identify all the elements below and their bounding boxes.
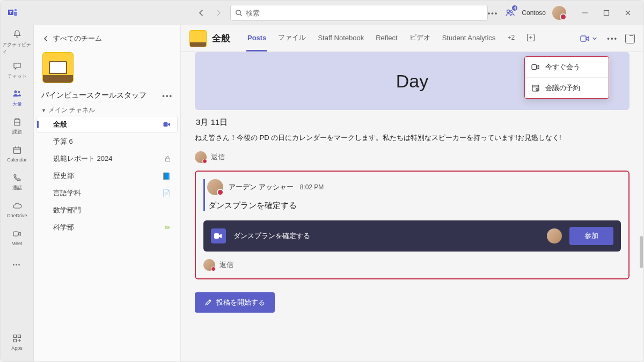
section-label: メイン チャネル (48, 106, 95, 115)
svg-point-5 (507, 10, 510, 13)
channel-budget[interactable]: 予算 6 (37, 134, 177, 150)
reply-row[interactable]: 返信 (203, 259, 621, 271)
svg-point-10 (18, 91, 20, 93)
titlebar: T ••• 4 Contoso (1, 1, 643, 25)
channel-math[interactable]: 数学部門 (37, 202, 177, 218)
window-close-button[interactable] (619, 5, 637, 20)
new-post-button[interactable]: 投稿を開始する (195, 292, 275, 313)
window-minimize-button[interactable] (576, 5, 594, 20)
popout-button[interactable] (625, 34, 635, 43)
rail-assignments[interactable]: 課題 (2, 112, 32, 139)
author-name: アーデン アッシャー (229, 182, 294, 192)
reply-label: 返信 (211, 152, 225, 162)
avatar-icon (203, 259, 215, 271)
schedule-meeting-item[interactable]: 会議の予約 (525, 77, 609, 98)
rail-apps[interactable]: Apps (2, 328, 32, 355)
scrollbar[interactable] (640, 236, 643, 268)
rail-label: 通話 (12, 184, 22, 191)
search-box[interactable] (230, 5, 488, 21)
tab-overflow-label: +2 (507, 34, 515, 41)
window-maximize-button[interactable] (597, 5, 616, 20)
tab-overflow[interactable]: +2 (506, 25, 516, 51)
app-rail: アクティビティ チャット 大量 課題 Calendar 通話 OneDrive … (1, 25, 34, 361)
svg-rect-20 (164, 122, 168, 127)
reply-label: 返信 (219, 260, 233, 270)
svg-rect-8 (604, 11, 609, 16)
tab-student-analytics[interactable]: Student Analytics (441, 25, 497, 51)
meet-now-item[interactable]: 今すぐ会う (525, 57, 609, 77)
rail-label: OneDrive (6, 213, 27, 218)
tab-files[interactable]: ファイル (277, 25, 307, 51)
post-body: ねえ皆さん！今後の PD の日にカレンダーをマークします。私たちは特別なスピーカ… (195, 133, 630, 143)
channel-avatar-icon (189, 30, 207, 47)
search-input[interactable] (246, 9, 483, 17)
chevron-down-icon: ▼ (41, 108, 46, 113)
rail-activity[interactable]: アクティビティ (2, 28, 32, 55)
rail-meet[interactable]: Meet (2, 224, 32, 250)
svg-point-2 (14, 9, 17, 11)
svg-rect-23 (581, 36, 586, 41)
chevron-down-icon (592, 36, 597, 41)
header-more-button[interactable]: ••• (607, 34, 618, 42)
svg-point-3 (236, 10, 240, 14)
channel-general[interactable]: 全般 (37, 116, 177, 132)
nav-back-button[interactable] (194, 5, 209, 20)
tab-posts[interactable]: Posts (246, 25, 267, 51)
avatar-icon (547, 228, 562, 243)
tab-add-button[interactable] (525, 25, 536, 51)
channel-title: 全般 (212, 32, 230, 45)
tab-label: Posts (247, 34, 266, 42)
rail-chat[interactable]: チャット (2, 56, 32, 83)
tab-reflect[interactable]: Reflect (375, 25, 398, 51)
channel-label: 数学部門 (53, 205, 81, 215)
meet-now-label: 今すぐ会う (545, 62, 580, 72)
teams-icon (11, 88, 23, 100)
channel-language[interactable]: 言語学科📄 (37, 185, 177, 201)
channel-science[interactable]: 科学部✏ (37, 219, 177, 235)
rail-calendar[interactable]: Calendar (2, 140, 32, 167)
svg-rect-16 (13, 232, 18, 236)
join-button[interactable]: 参加 (569, 227, 613, 245)
rail-label: Meet (11, 241, 22, 246)
tab-label: Student Analytics (442, 34, 496, 42)
rail-calls[interactable]: 通話 (2, 168, 32, 195)
reply-row[interactable]: 返信 (195, 151, 630, 163)
tab-staff-notebook[interactable]: Staff Notebook (317, 25, 365, 51)
apps-icon (11, 333, 23, 344)
rail-label: 課題 (12, 129, 22, 136)
nav-forward-button[interactable] (211, 5, 226, 20)
rail-teams[interactable]: 大量 (2, 84, 32, 111)
meet-button[interactable] (578, 33, 599, 45)
back-to-teams-button[interactable]: すべてのチーム (34, 31, 180, 50)
team-more-button[interactable]: ••• (162, 92, 173, 100)
svg-rect-12 (13, 147, 20, 154)
user-avatar[interactable] (552, 6, 566, 20)
doc-icon: 📄 (162, 189, 171, 197)
svg-line-4 (240, 14, 241, 16)
avatar-icon (195, 151, 207, 163)
avatar-icon (207, 179, 223, 195)
people-badge: 4 (511, 4, 518, 12)
titlebar-more-button[interactable]: ••• (488, 9, 499, 17)
posts-feed: Day 3月 11日 ねえ皆さん！今後の PD の日にカレンダーをマークします。… (181, 52, 643, 361)
tab-label: ファイル (278, 33, 306, 42)
meeting-join-bar: ダンスプランを確定する 参加 (203, 220, 621, 252)
channel-report[interactable]: 規範レポート 2024 (37, 151, 177, 167)
channel-label: 歴史部 (53, 171, 74, 181)
compose-label: 投稿を開始する (216, 298, 265, 307)
svg-rect-19 (13, 339, 16, 342)
pencil-icon: ✏ (165, 224, 171, 232)
rail-more[interactable]: ••• (2, 252, 32, 278)
lock-icon (165, 156, 171, 162)
svg-point-9 (14, 90, 17, 93)
svg-rect-18 (18, 335, 20, 338)
rail-label: アクティビティ (2, 41, 32, 55)
people-icon[interactable]: 4 (504, 8, 515, 18)
channel-history[interactable]: 歴史部📘 (37, 168, 177, 184)
tab-video[interactable]: ビデオ (408, 25, 431, 51)
section-header[interactable]: ▼メイン チャネル (34, 104, 180, 116)
chevron-left-icon (42, 35, 49, 42)
post-time: 8:02 PM (300, 183, 324, 191)
calendar-icon (11, 144, 23, 156)
rail-onedrive[interactable]: OneDrive (2, 196, 32, 223)
